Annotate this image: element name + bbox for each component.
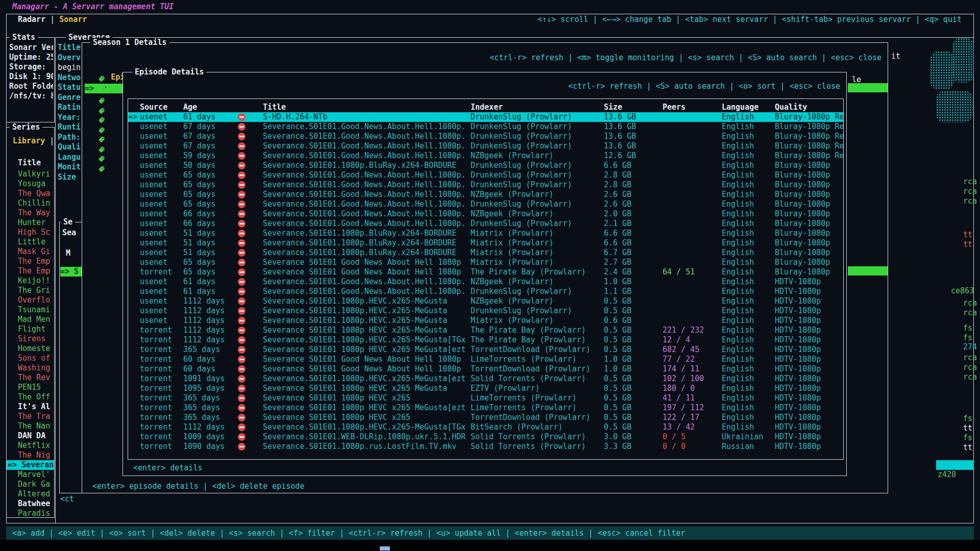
cell-age: 365 days [183, 413, 237, 422]
series-list-item[interactable]: It's Al [7, 402, 54, 412]
series-list-item[interactable]: Marvel' [7, 470, 54, 480]
cell-indexer: DrunkenSlug (Prowlarr) [471, 112, 604, 122]
release-row[interactable]: torrent 1090 days Severance.S01E01.1080p… [128, 442, 843, 452]
series-list-item[interactable]: DAN DA [7, 431, 54, 441]
release-row[interactable]: torrent 365 days Severance S01E01 1080p … [128, 393, 843, 403]
release-row[interactable]: usenet 66 days Severance.S01E01.Good.New… [128, 219, 843, 229]
tab-library[interactable]: Library [13, 136, 45, 145]
series-list-item[interactable]: The Nan [7, 421, 54, 431]
cell-source: usenet [140, 238, 183, 248]
release-row[interactable]: usenet 67 days Severance.S01E01.Good.New… [128, 141, 843, 151]
cell-rejection [237, 122, 263, 132]
cell-peers [663, 199, 722, 209]
rejection-icon [238, 142, 246, 150]
release-row[interactable]: usenet 61 days Severance.S01E01.Good.New… [128, 287, 843, 296]
release-row[interactable]: torrent 365 days Severance S01E01 1080p … [128, 403, 843, 413]
release-row[interactable]: usenet 65 days Severance.S01E01.Good.New… [128, 190, 843, 199]
cell-age: 67 days [183, 122, 237, 132]
cell-size: 1.0 GB [604, 364, 663, 374]
rejection-icon [238, 297, 246, 305]
selected-season-row-fragment[interactable]: => S [60, 267, 82, 277]
series-list-item[interactable]: Flight [7, 324, 54, 334]
release-row[interactable]: torrent 1112 days Severance.S01E01.1080p… [128, 422, 843, 432]
series-list-item[interactable]: Mad Men [7, 315, 54, 324]
series-list-item[interactable]: Batwhee [7, 499, 54, 509]
release-row[interactable]: => usenet 61 days S-HD.H.264-NTb Drunken… [128, 112, 843, 122]
series-list-item[interactable]: Altered [7, 489, 54, 499]
release-row[interactable]: torrent 365 days Severance S01E01 1080p … [128, 413, 843, 422]
series-list-item[interactable]: Yosuga [7, 179, 54, 189]
cell-size: 2.7 GB [604, 258, 663, 267]
release-row[interactable]: torrent 365 days Severance S01E01 1080p … [128, 345, 843, 355]
cell-prefix [128, 393, 140, 403]
series-list-item[interactable]: Sons of [7, 354, 54, 363]
series-list-item[interactable]: The Rev [7, 373, 54, 383]
release-row[interactable]: usenet 65 days Severance.S01E01.Good.New… [128, 170, 843, 180]
release-row[interactable]: usenet 66 days Severance.S01E01.Good.New… [128, 209, 843, 219]
series-list-item[interactable]: The Qwa [7, 189, 54, 198]
release-row[interactable]: usenet 51 days Severance.S01E01.1080p.Bl… [128, 238, 843, 248]
tab-radarr[interactable]: Radarr [18, 15, 45, 24]
release-row[interactable]: usenet 1112 days Severance.S01E01.1080p.… [128, 306, 843, 316]
series-list-item[interactable]: Sirens [7, 334, 54, 344]
cell-prefix [128, 277, 140, 287]
release-row[interactable]: torrent 1112 days Severance S01E01 1080p… [128, 325, 843, 335]
cell-quality: Bluray-1080p [775, 267, 843, 277]
series-list-item[interactable]: Keijo!! [7, 276, 54, 286]
cell-language: English [722, 393, 775, 403]
cell-rejection [237, 325, 263, 335]
release-row[interactable]: torrent 65 days Severance S01E01 Good Ne… [128, 267, 843, 277]
series-list-item[interactable]: Netflix [7, 441, 54, 450]
series-list-item[interactable]: The Way [7, 208, 54, 218]
series-list-item[interactable]: High Sc [7, 228, 54, 237]
series-list-item[interactable]: Chillin [7, 198, 54, 208]
release-row[interactable]: usenet 1112 days Severance.S01E01.1080p.… [128, 316, 843, 325]
release-row[interactable]: usenet 50 days Severance.S01E01.1080p.Bl… [128, 161, 843, 170]
cell-prefix [128, 432, 140, 442]
series-list-item[interactable]: => Severan [7, 460, 54, 470]
release-row[interactable]: torrent 60 days Severance S01E01 Good Ne… [128, 364, 843, 374]
release-row[interactable]: usenet 59 days Severance.S01E01.Good.New… [128, 151, 843, 161]
release-row[interactable]: usenet 51 days Severance.S01E01.1080p.Bl… [128, 248, 843, 258]
selected-episode-row-fragment[interactable]: => [85, 84, 123, 93]
release-row[interactable]: torrent 60 days Severance S01E01 Good Ne… [128, 355, 843, 364]
series-list-item[interactable]: Mask Gi [7, 247, 54, 257]
release-row[interactable]: usenet 61 days Severance.S01E01.Good.New… [128, 277, 843, 287]
rejection-icon [238, 443, 246, 450]
release-row[interactable]: torrent 1091 days Severance.S01E01.1080p… [128, 374, 843, 384]
series-list-item[interactable]: The Off [7, 392, 54, 402]
series-list-item[interactable]: Washing [7, 363, 54, 373]
series-list-item[interactable]: Overflo [7, 295, 54, 305]
cell-quality: HDTV-1080p [775, 364, 843, 374]
cell-title: Severance.S01E01.Good.News.About.Hell.10… [263, 151, 471, 161]
release-row[interactable]: usenet 65 days Severance.S01E01.Good.New… [128, 180, 843, 190]
release-row[interactable]: usenet 51 days Severance.S01E01.1080p.Bl… [128, 229, 843, 238]
release-row[interactable]: usenet 67 days Severance.S01E01.Good.New… [128, 132, 843, 141]
release-row[interactable]: usenet 1112 days Severance.S01E01.1080p.… [128, 296, 843, 306]
release-row[interactable]: torrent 1112 days Severance.S01E01.1080p… [128, 335, 843, 345]
cell-peers [663, 151, 722, 161]
series-list-item[interactable]: The Gri [7, 286, 54, 295]
series-list-item[interactable]: PEN15 [7, 383, 54, 392]
global-keybinds: <↑↓> scroll | <←→> change tab | <tab> ne… [537, 15, 962, 24]
series-list-item[interactable]: Tsunami [7, 305, 54, 315]
series-list-item[interactable]: Homeste [7, 344, 54, 354]
series-list-item[interactable]: Dark Ga [7, 480, 54, 489]
series-list-item[interactable]: The Tra [7, 412, 54, 421]
series-list-item[interactable]: Paradis [7, 509, 54, 518]
release-row[interactable]: usenet 65 days Severance S01E01 Good New… [128, 258, 843, 267]
cell-title: Severance.S01E01.Good.News.About.Hell.10… [263, 170, 471, 180]
release-row[interactable]: usenet 65 days Severance.S01E01.Good.New… [128, 199, 843, 209]
release-row[interactable]: torrent 1095 days Severance S01E01 1080p… [128, 384, 843, 393]
release-row[interactable]: usenet 67 days Severance.S01E01.Good.New… [128, 122, 843, 132]
series-list-item[interactable]: Hunter [7, 218, 54, 228]
release-row[interactable]: torrent 1009 days Severance.S01E01.WEB-D… [128, 432, 843, 442]
cell-age: 65 days [183, 199, 237, 209]
tab-sonarr[interactable]: Sonarr [59, 15, 87, 24]
series-list-item[interactable]: The Emp [7, 257, 54, 266]
series-list-item[interactable]: Little [7, 237, 54, 247]
series-list-item[interactable]: The Emp [7, 266, 54, 276]
series-list-item[interactable]: Valkyri [7, 169, 54, 179]
series-list-item[interactable]: The Nig [7, 450, 54, 460]
cell-quality: Bluray-1080p Re [775, 141, 843, 151]
